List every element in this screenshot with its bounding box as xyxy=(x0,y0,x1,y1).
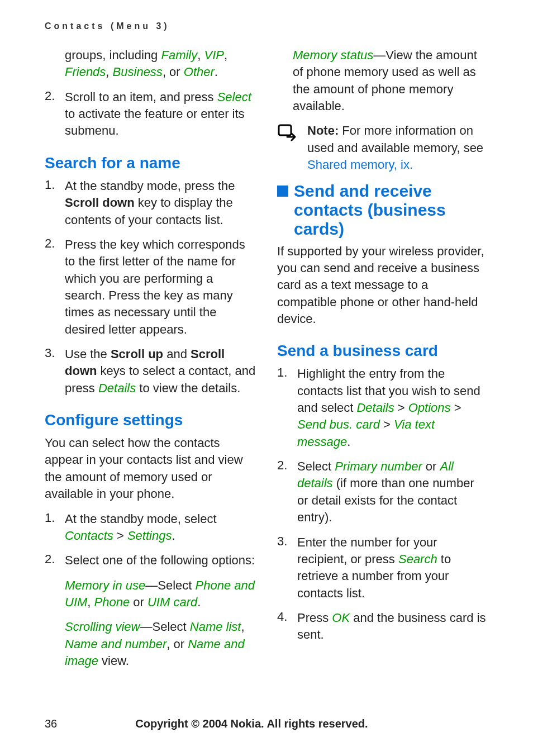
list-number: 3. xyxy=(277,534,292,602)
list-item: 2. Select one of the following options: xyxy=(45,552,256,569)
copyright: Copyright © 2004 Nokia. All rights reser… xyxy=(135,717,368,730)
list-item: 2. Select Primary number or All details … xyxy=(277,458,488,526)
text-family: Family xyxy=(161,48,197,62)
running-header: Contacts (Menu 3) xyxy=(45,21,488,31)
list-text: Use the Scroll up and Scroll down keys t… xyxy=(65,346,256,397)
text: —Select xyxy=(140,620,190,634)
text: , xyxy=(241,620,244,634)
note-icon xyxy=(277,122,299,144)
text: and xyxy=(163,347,191,361)
text: . xyxy=(197,595,201,609)
text-memory-status: Memory status xyxy=(293,48,373,62)
text-scrolling-view: Scrolling view xyxy=(65,620,140,634)
text-name-list: Name list xyxy=(190,620,241,634)
list-item: 1. At the standby mode, press the Scroll… xyxy=(45,178,256,229)
search-list: 1. At the standby mode, press the Scroll… xyxy=(45,178,256,397)
text-details: Details xyxy=(98,381,136,395)
groups-continuation: groups, including Family, VIP, Friends, … xyxy=(65,47,256,81)
list-number: 3. xyxy=(45,346,59,397)
text: , xyxy=(197,48,204,62)
text: Scroll to an item, and press xyxy=(65,90,217,104)
list-number: 2. xyxy=(45,552,59,569)
list-text: Press the key which corresponds to the f… xyxy=(65,236,256,338)
note-text: Note: For more information on used and a… xyxy=(307,122,488,173)
list-item: 1. Highlight the entry from the contacts… xyxy=(277,365,488,450)
heading-send-card: Send a business card xyxy=(277,342,488,360)
text: , xyxy=(224,48,227,62)
text-business: Business xyxy=(113,65,163,79)
left-column: groups, including Family, VIP, Friends, … xyxy=(45,47,256,677)
list-text: At the standby mode, press the Scroll do… xyxy=(65,178,256,229)
text-memory-in-use: Memory in use xyxy=(65,578,145,592)
text-ok: OK xyxy=(332,611,350,625)
text: At the standby mode, select xyxy=(65,512,217,526)
right-column: Memory status—View the amount of phone m… xyxy=(277,47,488,677)
bold-scroll-up: Scroll up xyxy=(111,347,163,361)
text-name-number: Name and number xyxy=(65,637,166,651)
text: —Select xyxy=(145,578,195,592)
text: or xyxy=(130,595,147,609)
list-item: 2. Press the key which corresponds to th… xyxy=(45,236,256,338)
text: Use the xyxy=(65,347,111,361)
list-number: 1. xyxy=(45,178,59,229)
intro-list: 2. Scroll to an item, and press Select t… xyxy=(45,89,256,140)
text: . xyxy=(347,435,350,449)
text: to view the details. xyxy=(136,381,240,395)
list-item: 4. Press OK and the business card is sen… xyxy=(277,610,488,644)
list-number: 1. xyxy=(277,365,292,450)
text: , xyxy=(106,65,112,79)
heading-search: Search for a name xyxy=(45,154,256,172)
bold-scroll-down: Scroll down xyxy=(65,196,135,210)
configure-list: 1. At the standby mode, select Contacts … xyxy=(45,511,256,569)
text-details2: Details xyxy=(356,401,394,415)
section-intro: If supported by your wireless provider, … xyxy=(277,243,488,328)
text-options: Options xyxy=(408,401,451,415)
text-phone: Phone xyxy=(94,595,130,609)
list-number: 2. xyxy=(277,458,292,526)
text-other: Other xyxy=(184,65,215,79)
text-contacts: Contacts xyxy=(65,529,113,543)
text: , or xyxy=(166,637,188,651)
text: to activate the feature or enter its sub… xyxy=(65,107,245,137)
configure-intro: You can select how the contacts appear i… xyxy=(45,435,256,502)
square-bullet-icon xyxy=(277,186,288,197)
heading-send-receive: Send and receive contacts (business card… xyxy=(277,182,488,239)
text-primary-number: Primary number xyxy=(335,459,422,473)
text: view. xyxy=(98,654,129,668)
text: , or xyxy=(163,65,184,79)
svg-rect-0 xyxy=(279,125,291,135)
text: groups, including xyxy=(65,48,161,62)
text-uim-card: UIM card xyxy=(147,595,197,609)
list-text: Enter the number for your recipient, or … xyxy=(297,534,488,602)
send-list: 1. Highlight the entry from the contacts… xyxy=(277,365,488,643)
link-shared-memory[interactable]: Shared memory, ix. xyxy=(307,158,413,172)
text-friends: Friends xyxy=(65,65,106,79)
list-text: Select one of the following options: xyxy=(65,552,255,569)
heading-configure: Configure settings xyxy=(45,411,256,429)
list-text: Scroll to an item, and press Select to a… xyxy=(65,89,256,140)
text: > xyxy=(380,417,394,431)
memory-in-use-option: Memory in use—Select Phone and UIM, Phon… xyxy=(65,577,256,611)
page-footer: 36 Copyright © 2004 Nokia. All rights re… xyxy=(45,717,488,730)
note-label: Note: xyxy=(307,123,339,137)
text: Select xyxy=(297,459,335,473)
list-text: Select Primary number or All details (if… xyxy=(297,458,488,526)
note-block: Note: For more information on used and a… xyxy=(277,122,488,173)
text: . xyxy=(172,529,175,543)
text-select: Select xyxy=(217,90,251,104)
text: . xyxy=(215,65,218,79)
list-item: 3. Use the Scroll up and Scroll down key… xyxy=(45,346,256,397)
text-search: Search xyxy=(398,552,437,566)
text: > xyxy=(451,401,461,415)
list-item: 1. At the standby mode, select Contacts … xyxy=(45,511,256,545)
list-item: 2. Scroll to an item, and press Select t… xyxy=(45,89,256,140)
text: Press xyxy=(297,611,332,625)
text-vip: VIP xyxy=(204,48,223,62)
list-number: 2. xyxy=(45,89,59,140)
list-number: 2. xyxy=(45,236,59,338)
text-send-bus-card: Send bus. card xyxy=(297,417,380,431)
scrolling-view-option: Scrolling view—Select Name list, Name an… xyxy=(65,619,256,669)
list-item: 3. Enter the number for your recipient, … xyxy=(277,534,488,602)
list-number: 1. xyxy=(45,511,59,545)
list-text: Press OK and the business card is sent. xyxy=(297,610,488,644)
